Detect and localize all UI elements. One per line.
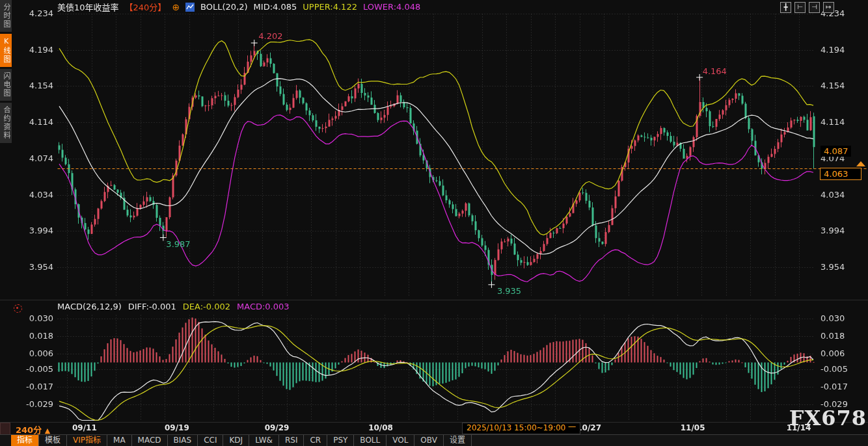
x-axis-date-2: 09/29 [258, 423, 297, 432]
price-annotation-low2: 3.935 [497, 286, 521, 296]
tab-CR[interactable]: CR [304, 435, 327, 446]
x-axis-date-5: 11/05 [673, 423, 712, 432]
tab-MACD[interactable]: MACD [132, 435, 168, 446]
chart-toolbar: ╋⊢⊣↦ [780, 2, 834, 13]
boll-upper-value: UPPER:4.122 [303, 2, 357, 12]
sidebar-item-0[interactable]: 分时图 [0, 0, 12, 32]
axis-separator [0, 422, 868, 423]
price-annotation-high1: 4.202 [258, 31, 282, 41]
x-axis-date-0: 09/11 [65, 423, 104, 432]
macd-axis-label-left-3: -0.005 [1, 364, 53, 374]
tab-模板[interactable]: 模板 [39, 435, 67, 446]
price-annotation-low1: 3.987 [166, 239, 190, 249]
sidebar-item-3[interactable]: 合约资料 [0, 103, 12, 143]
pane-separator [0, 300, 868, 300]
price-up-arrow-icon [856, 161, 865, 166]
boll-params-label: BOLL(20,2) [200, 2, 248, 12]
line-chart-icon [185, 3, 195, 12]
macd-diff-value: DIFF:-0.001 [128, 302, 176, 311]
tab-BOLL[interactable]: BOLL [354, 435, 387, 446]
target-dot [16, 307, 18, 309]
macd-axis-label-left-1: 0.018 [1, 331, 53, 341]
y-axis-label-right-7: 3.954 [821, 262, 868, 272]
chart-window: 分时图K线图闪电图合约资料 美债10年收益率 【240分】 ⊕ BOLL(20,… [0, 0, 868, 446]
tab-CCI[interactable]: CCI [198, 435, 223, 446]
tab-OBV[interactable]: OBV [414, 435, 444, 446]
last-price-badge: 4.087 [821, 146, 851, 157]
macd-axis-label-right-2: 0.006 [821, 348, 868, 358]
tab-MA[interactable]: MA [107, 435, 132, 446]
x-axis-date-3: 10/08 [361, 423, 400, 432]
macd-axis-label-right-1: 0.018 [821, 331, 868, 341]
sidebar: 分时图K线图闪电图合约资料 [0, 0, 12, 286]
y-axis-label-right-2: 4.154 [821, 81, 868, 90]
pan-icon[interactable]: ╋ [780, 2, 791, 13]
indicator-target-icon[interactable] [14, 304, 22, 313]
tab-VOL[interactable]: VOL [387, 435, 414, 446]
instrument-title: 美债10年收益率 [57, 1, 119, 13]
tab-PSY[interactable]: PSY [327, 435, 354, 446]
candlestick-chart-canvas[interactable] [0, 0, 868, 446]
tab-设置[interactable]: 设置 [444, 435, 472, 446]
boll-lower-value: LOWER:4.048 [363, 2, 420, 12]
boll-mid-value: MID:4.085 [254, 2, 297, 12]
export-icon[interactable]: ↦ [823, 2, 834, 13]
period-tag[interactable]: 【240分】 [125, 1, 167, 13]
y-axis-label-right-6: 3.994 [821, 226, 868, 235]
macd-axis-label-left-5: -0.029 [1, 399, 53, 409]
macd-value: MACD:0.003 [237, 302, 290, 311]
axis-zoom-left-icon[interactable]: ⊢ [794, 2, 806, 13]
y-axis-label-right-1: 4.194 [821, 45, 868, 55]
price-annotation-high2: 4.164 [703, 66, 727, 76]
macd-axis-label-left-0: 0.030 [1, 313, 53, 323]
sidebar-item-1[interactable]: K线图 [0, 34, 12, 67]
macd-axis-label-right-3: -0.005 [821, 364, 868, 374]
macd-axis-label-right-0: 0.030 [821, 313, 868, 323]
x-axis-date-1: 09/19 [157, 423, 197, 432]
tab-LW&[interactable]: LW& [249, 435, 279, 446]
tab-VIP指标[interactable]: VIP指标 [67, 435, 107, 446]
crosshair-date-tooltip: 2025/10/13 15:00~19:00 一 [462, 423, 580, 434]
chart-header: 美债10年收益率 【240分】 ⊕ BOLL(20,2) MID:4.085 U… [57, 1, 420, 12]
watermark: FX678 [789, 406, 867, 430]
macd-axis-label-left-4: -0.017 [1, 382, 53, 391]
y-axis-label-right-3: 4.114 [821, 117, 868, 127]
macd-header: MACD(26,12,9) DIFF:-0.001 DEA:-0.002 MAC… [57, 302, 290, 311]
tab-BIAS[interactable]: BIAS [168, 435, 198, 446]
macd-axis-label-left-2: 0.006 [1, 348, 53, 358]
tab-RSI[interactable]: RSI [279, 435, 305, 446]
current-price-badge: 4.063 [820, 168, 861, 180]
tab-指标[interactable]: 指标 [11, 435, 39, 446]
sidebar-item-2[interactable]: 闪电图 [0, 69, 12, 101]
indicator-tab-bar: 指标模板VIP指标MAMACDBIASCCIKDJLW&RSICRPSYBOLL… [0, 434, 868, 446]
add-indicator-icon[interactable]: ⊕ [172, 2, 180, 12]
macd-params-label: MACD(26,12,9) [57, 302, 122, 311]
tab-KDJ[interactable]: KDJ [223, 435, 249, 446]
macd-dea-value: DEA:-0.002 [183, 302, 230, 311]
macd-axis-label-right-4: -0.017 [821, 382, 868, 391]
period-label: 240分 [16, 425, 42, 435]
y-axis-label-right-5: 4.034 [821, 190, 868, 200]
axis-zoom-right-icon[interactable]: ⊣ [809, 2, 820, 13]
